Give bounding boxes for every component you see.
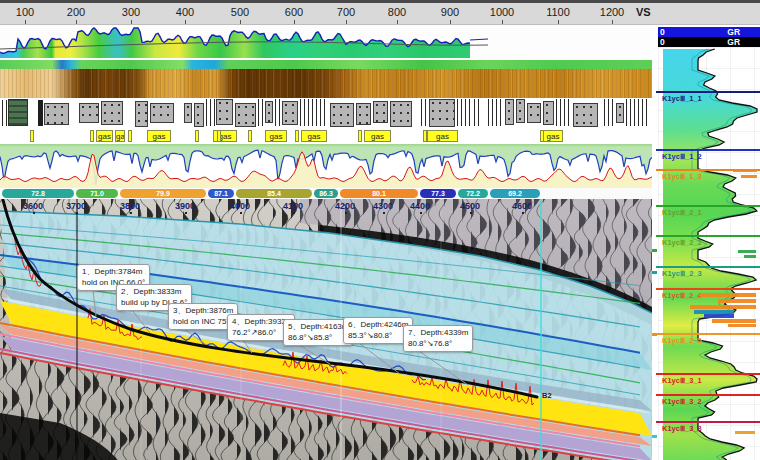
gas-tick <box>248 130 252 142</box>
annotation-line2: hold on INC 75° <box>173 317 233 328</box>
seismic-depth-tick <box>33 212 35 214</box>
formation-top-label: K1ycⅢ_1_2 <box>662 152 702 161</box>
panel-value-bar <box>700 293 756 297</box>
ruler-tick-mark <box>346 20 347 24</box>
gas-tick <box>90 130 94 142</box>
panel-value-bar <box>738 250 756 253</box>
formation-top-line <box>656 149 760 151</box>
gas-show-track[interactable]: gasgasgasgasgasgasgasgasgas <box>0 128 652 145</box>
lith-block-sand <box>150 103 174 123</box>
ruler-tick: 700 <box>337 6 355 18</box>
lith-block-sand <box>216 99 233 125</box>
formation-top-line <box>656 421 760 423</box>
ruler-tick-mark <box>612 20 613 24</box>
ruler-tick-mark <box>294 20 295 24</box>
gr-header-blue[interactable]: 0 GR <box>658 27 760 37</box>
ruler-tick-mark <box>397 20 398 24</box>
seismic-section-view[interactable]: 3500360037003800390040004100420043004400… <box>0 199 652 460</box>
lith-block-sand <box>543 101 554 125</box>
seismic-depth-label: 3900 <box>175 201 195 211</box>
gas-label: gas <box>427 130 458 142</box>
formation-top-line <box>656 288 760 290</box>
ruler-tick: 600 <box>285 6 303 18</box>
lith-block-sand <box>573 103 598 127</box>
ruler-tick-mark <box>558 20 559 24</box>
interval-segment: 69.2 <box>490 189 540 198</box>
seismic-depth-tick <box>293 212 295 214</box>
interval-segment: 72.8 <box>2 189 74 198</box>
gr-header-black[interactable]: 0 GR <box>658 37 760 47</box>
gas-label: gas <box>265 130 287 142</box>
annotation-line1: 7、Depth:4339m <box>408 328 468 339</box>
annotation-line2: 76.2°↗86.0° <box>232 328 290 339</box>
interval-value-bar[interactable]: 72.871.079.987.185.486.380.177.372.269.2 <box>0 188 652 199</box>
formation-top-label: K1ycⅢ_2_5 <box>662 336 702 345</box>
panel-value-bar <box>718 299 756 303</box>
gas-tick <box>358 130 362 142</box>
annotation-line1: 1、Depth:3784m <box>82 267 145 278</box>
seismic-depth-tick <box>76 212 78 214</box>
panel-value-bar <box>735 431 755 434</box>
lith-block-sand <box>194 103 204 127</box>
lith-column <box>421 99 428 126</box>
annotation-line1: 3、Depth:3876m <box>173 306 233 317</box>
lith-block-sand <box>330 103 354 127</box>
lith-column <box>2 100 7 126</box>
seismic-depth-tick <box>130 212 132 214</box>
annotation-line1: 5、Depth:4163m <box>288 322 348 333</box>
lith-column <box>474 99 480 126</box>
type-well-panel[interactable]: 0 GR 0 GR K1ycⅢ_1_1K1ycⅢ_1_2K1ycⅢ_1_3K1y… <box>652 25 760 460</box>
ruler-tick-mark <box>131 20 132 24</box>
formation-top-label: K1ycⅢ_2_4 <box>662 291 702 300</box>
gas-label: gas <box>301 130 327 142</box>
formation-top-line <box>656 394 760 396</box>
lith-block-sand <box>79 103 99 123</box>
lithology-track[interactable] <box>0 98 652 128</box>
gr-curve-track[interactable] <box>0 25 652 60</box>
lith-column <box>626 99 648 126</box>
ruler-tick-mark <box>450 20 451 24</box>
gas-tick <box>540 130 544 142</box>
interval-segment: 87.1 <box>208 189 234 198</box>
ruler-tick-mark <box>185 20 186 24</box>
seismic-depth-label: 3800 <box>120 201 140 211</box>
formation-top-line <box>656 235 760 237</box>
gutter-tick <box>652 271 657 274</box>
seismic-depth-label: 3600 <box>23 201 43 211</box>
interval-segment: 85.4 <box>236 189 312 198</box>
ruler-tick: 1000 <box>490 6 514 18</box>
lith-block-sand <box>282 101 298 125</box>
heatmap-band-track <box>0 69 652 98</box>
lith-block-sand <box>505 99 514 125</box>
gr-curve-name: GR <box>727 37 740 47</box>
gr-curve-tail <box>470 39 488 40</box>
ruler-tick: 1100 <box>546 6 570 18</box>
panel-value-bar <box>744 255 756 258</box>
seismic-depth-tick <box>470 212 472 214</box>
formation-top-line <box>656 333 760 335</box>
vs-axis-label: VS <box>636 6 651 18</box>
annotation-line2: 80.8°↘76.8° <box>408 339 468 350</box>
gas-tick <box>295 130 299 142</box>
trajectory-annotation: 7、Depth:4339m80.8°↘76.8° <box>403 325 473 352</box>
color-band-track <box>0 60 652 69</box>
lith-column <box>556 99 572 126</box>
interval-segment: 72.2 <box>458 189 488 198</box>
panel-value-bar <box>733 169 757 172</box>
vs-ruler[interactable]: VS 1002003004005006007008009001000110012… <box>0 3 760 25</box>
seismic-depth-label: 3700 <box>66 201 86 211</box>
gr-curve-name: GR <box>727 27 740 37</box>
ruler-tick: 1200 <box>600 6 624 18</box>
log-curves-track[interactable] <box>0 147 652 188</box>
gutter-tick <box>652 249 657 252</box>
seismic-depth-label: 4600 <box>512 201 532 211</box>
seismic-depth-label: 4200 <box>335 201 355 211</box>
ruler-tick: 100 <box>16 6 34 18</box>
interval-segment: 77.3 <box>420 189 456 198</box>
lith-block-sand <box>429 99 455 127</box>
ruler-tick: 400 <box>176 6 194 18</box>
gutter-tick <box>652 333 657 336</box>
ruler-tick: 200 <box>67 6 85 18</box>
lith-column <box>488 99 504 126</box>
ruler-tick-mark <box>25 20 26 24</box>
